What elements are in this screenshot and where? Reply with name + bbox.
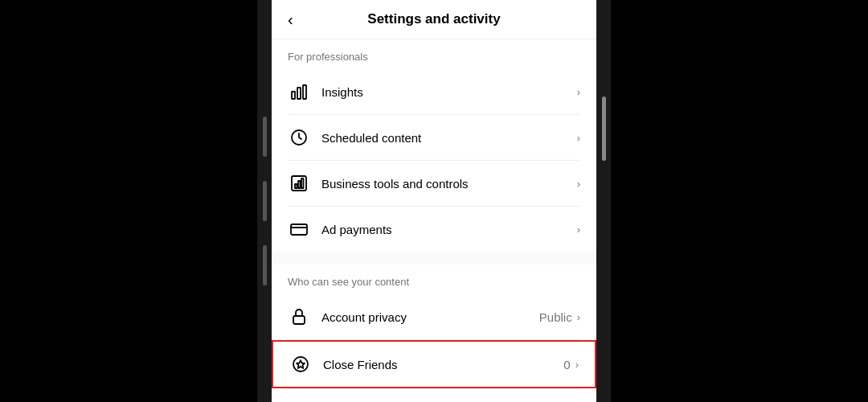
menu-item-close-friends[interactable]: Close Friends 0 › — [272, 340, 596, 388]
business-tools-label: Business tools and controls — [321, 177, 577, 191]
svg-rect-6 — [298, 181, 301, 188]
lock-icon — [288, 306, 310, 328]
close-friends-label: Close Friends — [323, 358, 563, 371]
insights-label: Insights — [321, 85, 577, 99]
right-side-bar — [596, 0, 611, 402]
scroll-indicator — [602, 96, 606, 161]
svg-point-11 — [293, 357, 308, 371]
bar-chart-icon — [288, 80, 310, 103]
section-gap-1 — [272, 252, 596, 265]
side-segment-1 — [263, 117, 267, 157]
side-segment-2 — [263, 181, 267, 221]
section-label-professionals: For professionals — [272, 39, 596, 69]
side-segment-3 — [263, 245, 267, 285]
svg-rect-10 — [293, 316, 305, 324]
account-privacy-value: Public — [539, 310, 572, 324]
chevron-icon-close-friends: › — [575, 359, 579, 371]
phone-screen: ‹ Settings and activity For professional… — [257, 0, 611, 402]
menu-item-crossposting[interactable]: Crossposting › — [272, 389, 596, 402]
credit-card-icon — [288, 218, 310, 240]
scheduled-content-label: Scheduled content — [321, 131, 577, 145]
chevron-icon-ad-payments: › — [577, 224, 580, 236]
back-button[interactable]: ‹ — [288, 11, 293, 27]
clock-icon — [288, 126, 310, 149]
page-header: ‹ Settings and activity — [272, 0, 596, 39]
menu-item-ad-payments[interactable]: Ad payments › — [272, 207, 596, 252]
svg-rect-2 — [303, 85, 306, 99]
ad-payments-label: Ad payments — [321, 223, 577, 236]
chevron-icon-privacy: › — [577, 311, 580, 323]
menu-item-business-tools[interactable]: Business tools and controls › — [272, 161, 596, 206]
menu-item-account-privacy[interactable]: Account privacy Public › — [272, 294, 596, 339]
left-side-bar — [257, 0, 272, 402]
account-privacy-label: Account privacy — [321, 310, 539, 324]
chevron-icon-business: › — [577, 178, 580, 190]
chevron-icon-insights: › — [577, 86, 580, 98]
svg-rect-5 — [295, 184, 297, 188]
page-title: Settings and activity — [367, 11, 500, 27]
svg-rect-7 — [301, 178, 304, 188]
menu-item-insights[interactable]: Insights › — [272, 69, 596, 114]
menu-item-scheduled-content[interactable]: Scheduled content › — [272, 115, 596, 160]
svg-rect-1 — [297, 88, 301, 99]
main-content: ‹ Settings and activity For professional… — [272, 0, 596, 402]
chevron-icon-scheduled: › — [577, 132, 580, 144]
svg-marker-12 — [297, 360, 305, 368]
svg-rect-8 — [291, 224, 307, 235]
section-label-content: Who can see your content — [272, 265, 596, 294]
close-friends-value: 0 — [563, 358, 570, 371]
star-circle-icon — [289, 353, 312, 375]
bar-chart-box-icon — [288, 172, 310, 195]
svg-rect-0 — [292, 92, 295, 99]
